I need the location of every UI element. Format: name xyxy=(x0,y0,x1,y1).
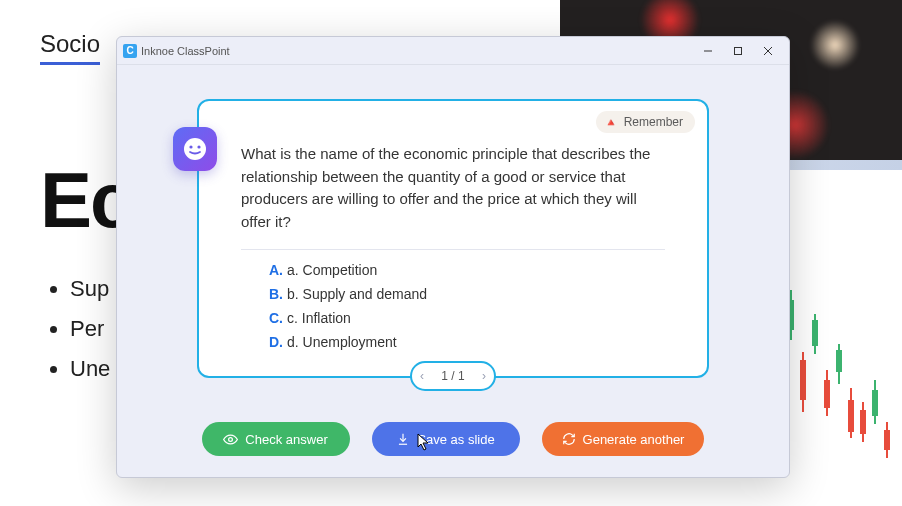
option-letter: C. xyxy=(269,310,283,326)
window-title: Inknoe ClassPoint xyxy=(141,45,230,57)
question-card-wrap: 🔺 Remember What is the name of the econo… xyxy=(197,99,709,378)
ai-avatar-icon xyxy=(173,127,217,171)
candlestick-chart-partial xyxy=(782,260,902,500)
generate-another-button[interactable]: Generate another xyxy=(542,422,705,456)
save-as-slide-label: Save as slide xyxy=(417,432,494,447)
app-window: C Inknoe ClassPoint 🔺 xyxy=(116,36,790,478)
option-b[interactable]: B.b. Supply and demand xyxy=(269,286,665,302)
window-content: 🔺 Remember What is the name of the econo… xyxy=(117,65,789,477)
svg-point-5 xyxy=(189,145,192,148)
options-list: A.a. Competition B.b. Supply and demand … xyxy=(241,262,665,350)
action-bar: Check answer Save as slide Generate anot… xyxy=(197,422,709,456)
option-d[interactable]: D.d. Unemployment xyxy=(269,334,665,350)
option-letter: A. xyxy=(269,262,283,278)
maximize-button[interactable] xyxy=(723,40,753,62)
pager-prev-button[interactable]: ‹ xyxy=(420,369,424,383)
pager: ‹ 1 / 1 › xyxy=(410,361,496,391)
generate-another-label: Generate another xyxy=(583,432,685,447)
pyramid-icon: 🔺 xyxy=(604,116,618,129)
check-answer-button[interactable]: Check answer xyxy=(202,422,350,456)
option-c[interactable]: C.c. Inflation xyxy=(269,310,665,326)
svg-point-4 xyxy=(184,138,206,160)
bloom-tag[interactable]: 🔺 Remember xyxy=(596,111,695,133)
question-card: 🔺 Remember What is the name of the econo… xyxy=(197,99,709,378)
minimize-button[interactable] xyxy=(693,40,723,62)
option-letter: D. xyxy=(269,334,283,350)
titlebar[interactable]: C Inknoe ClassPoint xyxy=(117,37,789,65)
svg-rect-1 xyxy=(735,47,742,54)
slide-category: Socio xyxy=(40,30,100,65)
option-letter: B. xyxy=(269,286,283,302)
close-button[interactable] xyxy=(753,40,783,62)
check-answer-label: Check answer xyxy=(245,432,327,447)
pager-next-button[interactable]: › xyxy=(482,369,486,383)
option-text: d. Unemployment xyxy=(287,334,397,350)
option-text: b. Supply and demand xyxy=(287,286,427,302)
eye-icon xyxy=(223,432,238,447)
divider xyxy=(241,249,665,250)
download-icon xyxy=(396,432,410,446)
refresh-icon xyxy=(562,432,576,446)
app-logo-icon: C xyxy=(123,44,137,58)
bloom-tag-label: Remember xyxy=(624,115,683,129)
option-a[interactable]: A.a. Competition xyxy=(269,262,665,278)
save-as-slide-button[interactable]: Save as slide xyxy=(372,422,520,456)
option-text: a. Competition xyxy=(287,262,377,278)
option-text: c. Inflation xyxy=(287,310,351,326)
svg-point-6 xyxy=(197,145,200,148)
pager-count: 1 / 1 xyxy=(441,369,464,383)
svg-point-7 xyxy=(229,437,233,441)
question-text: What is the name of the economic princip… xyxy=(241,143,665,233)
